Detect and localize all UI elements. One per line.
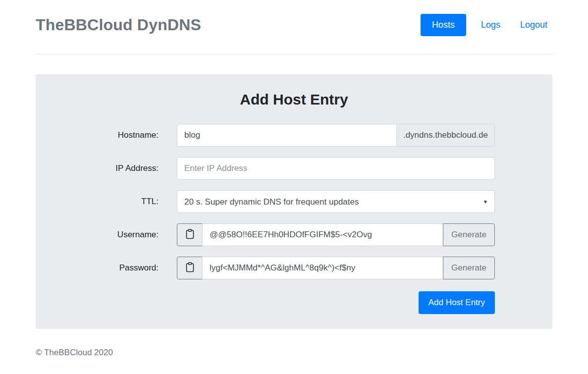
nav-link-logout[interactable]: Logout [515,20,552,30]
hostname-input[interactable] [177,124,397,147]
ttl-label: TTL: [36,197,159,207]
ttl-select[interactable]: 20 s. Super dynamic DNS for frequent upd… [177,190,495,213]
password-copy-button[interactable] [177,257,203,279]
password-row: Password: Generate [36,257,552,279]
username-generate-button[interactable]: Generate [443,223,495,246]
ip-address-label: IP Address: [36,163,159,173]
card-title: Add Host Entry [36,91,552,108]
add-host-card: Add Host Entry Hostname: .dyndns.thebbcl… [36,74,552,329]
hostname-input-group: .dyndns.thebbcloud.de [177,124,495,147]
username-row: Username: Generate [36,223,552,246]
page-container: TheBBCloud DynDNS Hosts Logs Logout Add … [36,0,552,358]
nav-link-logs[interactable]: Logs [476,20,505,30]
password-input[interactable] [202,257,443,279]
submit-row: Add Host Entry [177,291,495,314]
nav-tab-hosts[interactable]: Hosts [421,14,466,36]
ttl-select-wrap: 20 s. Super dynamic DNS for frequent upd… [177,190,495,213]
header-divider [36,54,552,54]
ip-address-row: IP Address: [36,157,552,180]
main-nav: Hosts Logs Logout [421,14,552,36]
add-host-entry-button[interactable]: Add Host Entry [419,291,495,314]
site-header: TheBBCloud DynDNS Hosts Logs Logout [36,0,552,36]
copyright-text: © TheBBCloud 2020 [36,348,113,357]
ttl-input-group: 20 s. Super dynamic DNS for frequent upd… [177,190,495,213]
password-input-group: Generate [177,257,495,279]
password-generate-button[interactable]: Generate [443,257,495,279]
page-title: TheBBCloud DynDNS [36,16,201,34]
ip-address-input-group [177,157,495,180]
username-copy-button[interactable] [177,223,203,246]
username-input-group: Generate [177,223,495,246]
site-footer: © TheBBCloud 2020 [36,348,552,358]
hostname-row: Hostname: .dyndns.thebbcloud.de [36,124,552,147]
hostname-label: Hostname: [36,130,159,140]
username-label: Username: [36,230,159,240]
username-input[interactable] [202,223,443,246]
password-label: Password: [36,263,159,273]
hostname-domain-suffix: .dyndns.thebbcloud.de [397,124,495,147]
ip-address-input[interactable] [177,157,495,180]
clipboard-icon [186,229,194,241]
ttl-row: TTL: 20 s. Super dynamic DNS for frequen… [36,190,552,213]
clipboard-icon [186,262,194,274]
